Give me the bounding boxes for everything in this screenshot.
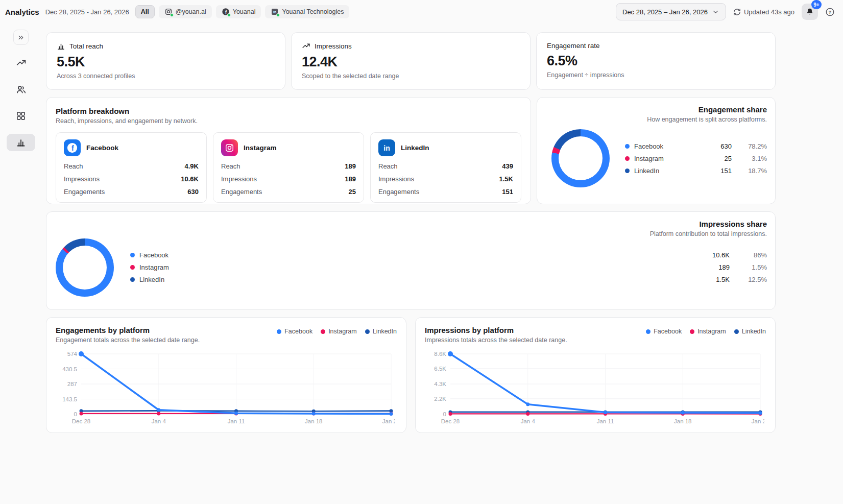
header-date-range: Dec 28, 2025 - Jan 26, 2026 [45,8,129,16]
svg-text:Jan 11: Jan 11 [597,418,614,424]
linkedin-icon: in [378,139,395,156]
svg-text:143.5: 143.5 [62,396,77,402]
section-title: Engagement share [647,105,767,114]
svg-text:Dec 28: Dec 28 [72,418,90,424]
linkedin-legend-dot [734,329,739,334]
legend-percent: 78.2% [736,142,767,150]
stat-value: 12.4K [302,54,520,70]
section-title: Impressions share [650,220,767,228]
legend-item-linkedin: LinkedIn [365,328,397,335]
legend-item-linkedin: LinkedIn [734,328,766,335]
bar-chart-icon [57,42,65,51]
stat-value: 6.5% [547,53,765,69]
legend-label: LinkedIn [373,328,397,335]
legend-item-instagram: Instagram [690,328,726,335]
svg-text:Dec 28: Dec 28 [441,418,460,424]
legend-value: 10.6K [694,251,730,259]
impressions-share-donut-chart [56,238,114,297]
section-subtitle: How engagement is split across platforms… [647,116,767,123]
bell-icon [805,7,814,16]
date-range-value: Dec 28, 2025 – Jan 26, 2026 [622,8,708,16]
stat-label: Total reach [69,42,103,50]
legend-label: Instagram [328,328,357,335]
sidebar-item-analytics[interactable] [7,134,35,151]
chip-label: Youanai Technologies [282,8,344,15]
legend-label: LinkedIn [634,167,659,175]
svg-text:4.3K: 4.3K [434,381,446,387]
online-status-dot [170,13,174,17]
chart-subtitle: Engagement totals across the selected da… [56,337,200,344]
engagement-share-donut-chart [551,129,610,187]
engagements-line-chart: 0143.5287430.5574Dec 28Jan 4Jan 11Jan 18… [56,349,395,426]
sidebar-item-trends[interactable] [7,54,35,71]
linkedin-legend-dot [130,277,135,282]
stat-label: Impressions [315,42,352,50]
section-subtitle: Reach, impressions, and engagement by ne… [56,117,521,125]
facebook-legend-dot [646,329,651,334]
legend-value: 1.5K [694,276,730,283]
profile-filter-chips: All @youan.ai f Youanai [135,5,350,18]
legend-label: Facebook [284,328,312,335]
charts-row: Engagements by platform Engagement total… [46,317,776,433]
stat-caption: Scoped to the selected date range [302,73,520,80]
chart-title: Engagements by platform [56,326,200,334]
sidebar [5,30,37,151]
instagram-icon [164,8,173,16]
metric-row: Engagements 630 [64,188,199,196]
chip-linkedin-profile[interactable]: in Youanai Technologies [265,5,349,18]
sidebar-item-dashboard[interactable] [7,107,35,125]
date-range-picker[interactable]: Dec 28, 2025 – Jan 26, 2026 [616,3,726,20]
legend-item-facebook: Facebook [646,328,682,335]
platform-name: LinkedIn [401,144,429,152]
stat-label: Engagement rate [547,42,600,50]
legend-row-instagram: Instagram 25 3.1% [625,155,767,162]
sidebar-item-audience[interactable] [7,81,35,98]
chart-title: Impressions by platform [425,326,567,334]
linkedin-icon: in [271,8,279,16]
online-status-dot [276,13,280,17]
stat-caption: Across 3 connected profiles [57,73,275,80]
legend-value: 151 [700,167,732,175]
chevron-down-icon [712,8,719,16]
metric-value: 1.5K [499,175,513,183]
legend-label: Instagram [634,155,664,162]
svg-text:Jan 4: Jan 4 [521,418,536,424]
users-icon [16,84,27,95]
section-subtitle: Platform contribution to total impressio… [650,230,767,237]
legend-value: 630 [700,142,732,150]
trending-up-icon [302,42,310,51]
svg-text:287: 287 [67,381,77,387]
svg-text:Jan 4: Jan 4 [152,418,166,424]
metric-row: Impressions 10.6K [64,175,199,183]
svg-text:Jan 11: Jan 11 [228,418,245,424]
metric-label: Impressions [64,175,100,183]
chip-instagram-profile[interactable]: @youan.ai [159,5,212,18]
facebook-icon: f [64,139,81,156]
metric-row: Reach 4.9K [64,162,199,170]
legend-percent: 86% [734,251,767,259]
help-button[interactable]: ? [825,7,835,17]
legend-label: Facebook [139,251,168,259]
svg-text:?: ? [829,9,831,14]
svg-text:574: 574 [67,351,78,357]
chip-facebook-profile[interactable]: f Youanai [216,5,261,18]
updated-label: Updated 43s ago [744,8,794,16]
sidebar-expand-button[interactable] [13,30,29,45]
legend-label: Instagram [139,263,169,271]
top-bar: Analytics Dec 28, 2025 - Jan 26, 2026 Al… [0,0,843,23]
notifications-button[interactable]: 9+ [802,4,818,20]
metric-label: Impressions [378,175,414,183]
platform-name: Instagram [244,144,277,152]
svg-text:430.5: 430.5 [62,366,77,372]
svg-text:2.2K: 2.2K [434,396,446,402]
legend-label: LinkedIn [742,328,766,335]
metric-value: 189 [345,162,356,170]
help-icon: ? [825,7,835,17]
linkedin-breakdown-card: in LinkedIn Reach 439 Impressions 1.5K E… [370,132,521,203]
last-updated-status: Updated 43s ago [733,8,794,16]
instagram-legend-dot [690,329,694,334]
legend-item-instagram: Instagram [321,328,357,335]
chip-all[interactable]: All [135,5,155,18]
svg-text:Jan 18: Jan 18 [305,418,323,424]
refresh-icon[interactable] [733,8,741,16]
